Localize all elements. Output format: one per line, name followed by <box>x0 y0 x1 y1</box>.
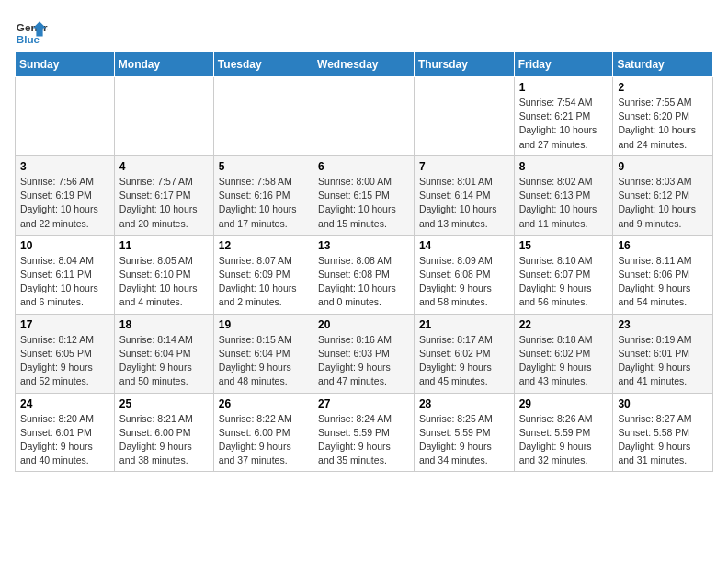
day-info: Sunrise: 8:00 AMSunset: 6:15 PMDaylight:… <box>318 175 409 231</box>
day-info: Sunrise: 8:27 AMSunset: 5:58 PMDaylight:… <box>618 412 708 468</box>
day-info: Sunrise: 8:26 AMSunset: 5:59 PMDaylight:… <box>519 412 609 468</box>
day-cell <box>213 77 313 156</box>
day-cell: 11Sunrise: 8:05 AMSunset: 6:10 PMDayligh… <box>114 235 213 314</box>
week-row-4: 17Sunrise: 8:12 AMSunset: 6:05 PMDayligh… <box>16 314 713 393</box>
day-info: Sunrise: 8:17 AMSunset: 6:02 PMDaylight:… <box>419 333 509 389</box>
day-cell: 28Sunrise: 8:25 AMSunset: 5:59 PMDayligh… <box>414 393 514 472</box>
day-cell: 27Sunrise: 8:24 AMSunset: 5:59 PMDayligh… <box>313 393 415 472</box>
day-cell: 29Sunrise: 8:26 AMSunset: 5:59 PMDayligh… <box>514 393 613 472</box>
weekday-header-friday: Friday <box>514 52 613 77</box>
day-number: 18 <box>119 318 209 331</box>
day-number: 17 <box>20 318 109 331</box>
day-info: Sunrise: 8:10 AMSunset: 6:07 PMDaylight:… <box>519 254 609 310</box>
day-info: Sunrise: 7:56 AMSunset: 6:19 PMDaylight:… <box>20 175 109 231</box>
weekday-header-sunday: Sunday <box>16 52 115 77</box>
day-number: 11 <box>119 239 209 252</box>
day-number: 5 <box>219 160 308 173</box>
day-info: Sunrise: 8:09 AMSunset: 6:08 PMDaylight:… <box>419 254 509 310</box>
week-row-1: 1Sunrise: 7:54 AMSunset: 6:21 PMDaylight… <box>16 77 713 156</box>
day-cell: 5Sunrise: 7:58 AMSunset: 6:16 PMDaylight… <box>213 155 313 235</box>
day-number: 4 <box>119 160 209 173</box>
day-cell: 20Sunrise: 8:16 AMSunset: 6:03 PMDayligh… <box>313 314 415 393</box>
day-info: Sunrise: 8:16 AMSunset: 6:03 PMDaylight:… <box>318 333 409 389</box>
day-number: 3 <box>20 160 109 173</box>
day-info: Sunrise: 8:04 AMSunset: 6:11 PMDaylight:… <box>20 254 109 310</box>
day-cell <box>414 77 514 156</box>
day-info: Sunrise: 7:58 AMSunset: 6:16 PMDaylight:… <box>219 175 308 231</box>
day-number: 1 <box>519 81 609 94</box>
week-row-3: 10Sunrise: 8:04 AMSunset: 6:11 PMDayligh… <box>16 235 713 314</box>
day-info: Sunrise: 8:20 AMSunset: 6:01 PMDaylight:… <box>20 412 109 468</box>
day-cell: 8Sunrise: 8:02 AMSunset: 6:13 PMDaylight… <box>514 155 613 235</box>
day-number: 23 <box>618 318 708 331</box>
week-row-5: 24Sunrise: 8:20 AMSunset: 6:01 PMDayligh… <box>16 393 713 472</box>
day-number: 27 <box>318 397 409 410</box>
day-number: 15 <box>519 239 609 252</box>
day-cell: 9Sunrise: 8:03 AMSunset: 6:12 PMDaylight… <box>613 155 713 235</box>
day-number: 2 <box>618 81 708 94</box>
day-cell: 22Sunrise: 8:18 AMSunset: 6:02 PMDayligh… <box>514 314 613 393</box>
weekday-header-tuesday: Tuesday <box>213 52 313 77</box>
day-cell: 19Sunrise: 8:15 AMSunset: 6:04 PMDayligh… <box>213 314 313 393</box>
day-cell: 16Sunrise: 8:11 AMSunset: 6:06 PMDayligh… <box>613 235 713 314</box>
day-number: 19 <box>219 318 308 331</box>
day-cell <box>313 77 415 156</box>
day-cell: 6Sunrise: 8:00 AMSunset: 6:15 PMDaylight… <box>313 155 415 235</box>
day-cell: 7Sunrise: 8:01 AMSunset: 6:14 PMDaylight… <box>414 155 514 235</box>
logo: General Blue <box>15 15 48 48</box>
day-info: Sunrise: 7:57 AMSunset: 6:17 PMDaylight:… <box>119 175 209 231</box>
weekday-header-thursday: Thursday <box>414 52 514 77</box>
day-number: 30 <box>618 397 708 410</box>
calendar-body: 1Sunrise: 7:54 AMSunset: 6:21 PMDaylight… <box>16 77 713 472</box>
day-cell: 24Sunrise: 8:20 AMSunset: 6:01 PMDayligh… <box>16 393 115 472</box>
day-cell: 23Sunrise: 8:19 AMSunset: 6:01 PMDayligh… <box>613 314 713 393</box>
day-cell: 3Sunrise: 7:56 AMSunset: 6:19 PMDaylight… <box>16 155 115 235</box>
day-cell <box>16 77 115 156</box>
day-number: 29 <box>519 397 609 410</box>
day-info: Sunrise: 8:22 AMSunset: 6:00 PMDaylight:… <box>219 412 308 468</box>
day-cell: 10Sunrise: 8:04 AMSunset: 6:11 PMDayligh… <box>16 235 115 314</box>
day-cell: 14Sunrise: 8:09 AMSunset: 6:08 PMDayligh… <box>414 235 514 314</box>
day-number: 10 <box>20 239 109 252</box>
day-number: 7 <box>419 160 509 173</box>
day-cell: 18Sunrise: 8:14 AMSunset: 6:04 PMDayligh… <box>114 314 213 393</box>
day-info: Sunrise: 8:18 AMSunset: 6:02 PMDaylight:… <box>519 333 609 389</box>
day-cell: 4Sunrise: 7:57 AMSunset: 6:17 PMDaylight… <box>114 155 213 235</box>
day-info: Sunrise: 8:03 AMSunset: 6:12 PMDaylight:… <box>618 175 708 231</box>
day-info: Sunrise: 8:24 AMSunset: 5:59 PMDaylight:… <box>318 412 409 468</box>
day-number: 26 <box>219 397 308 410</box>
weekday-header-saturday: Saturday <box>613 52 713 77</box>
calendar-table: SundayMondayTuesdayWednesdayThursdayFrid… <box>15 52 713 472</box>
day-number: 6 <box>318 160 409 173</box>
header: General Blue <box>15 15 713 48</box>
day-cell: 30Sunrise: 8:27 AMSunset: 5:58 PMDayligh… <box>613 393 713 472</box>
day-number: 20 <box>318 318 409 331</box>
day-info: Sunrise: 8:19 AMSunset: 6:01 PMDaylight:… <box>618 333 708 389</box>
day-info: Sunrise: 8:15 AMSunset: 6:04 PMDaylight:… <box>219 333 308 389</box>
day-cell: 26Sunrise: 8:22 AMSunset: 6:00 PMDayligh… <box>213 393 313 472</box>
day-number: 22 <box>519 318 609 331</box>
day-info: Sunrise: 7:54 AMSunset: 6:21 PMDaylight:… <box>519 96 609 152</box>
day-cell: 15Sunrise: 8:10 AMSunset: 6:07 PMDayligh… <box>514 235 613 314</box>
day-cell <box>114 77 213 156</box>
day-number: 25 <box>119 397 209 410</box>
day-cell: 21Sunrise: 8:17 AMSunset: 6:02 PMDayligh… <box>414 314 514 393</box>
day-number: 13 <box>318 239 409 252</box>
day-number: 14 <box>419 239 509 252</box>
day-number: 12 <box>219 239 308 252</box>
day-number: 8 <box>519 160 609 173</box>
day-info: Sunrise: 8:25 AMSunset: 5:59 PMDaylight:… <box>419 412 509 468</box>
day-info: Sunrise: 8:07 AMSunset: 6:09 PMDaylight:… <box>219 254 308 310</box>
day-info: Sunrise: 8:01 AMSunset: 6:14 PMDaylight:… <box>419 175 509 231</box>
day-info: Sunrise: 8:12 AMSunset: 6:05 PMDaylight:… <box>20 333 109 389</box>
day-info: Sunrise: 8:02 AMSunset: 6:13 PMDaylight:… <box>519 175 609 231</box>
week-row-2: 3Sunrise: 7:56 AMSunset: 6:19 PMDaylight… <box>16 155 713 235</box>
day-number: 28 <box>419 397 509 410</box>
logo-icon: General Blue <box>15 15 48 48</box>
day-info: Sunrise: 8:05 AMSunset: 6:10 PMDaylight:… <box>119 254 209 310</box>
weekday-header-row: SundayMondayTuesdayWednesdayThursdayFrid… <box>16 52 713 77</box>
day-cell: 13Sunrise: 8:08 AMSunset: 6:08 PMDayligh… <box>313 235 415 314</box>
day-cell: 2Sunrise: 7:55 AMSunset: 6:20 PMDaylight… <box>613 77 713 156</box>
day-info: Sunrise: 8:14 AMSunset: 6:04 PMDaylight:… <box>119 333 209 389</box>
day-info: Sunrise: 8:08 AMSunset: 6:08 PMDaylight:… <box>318 254 409 310</box>
